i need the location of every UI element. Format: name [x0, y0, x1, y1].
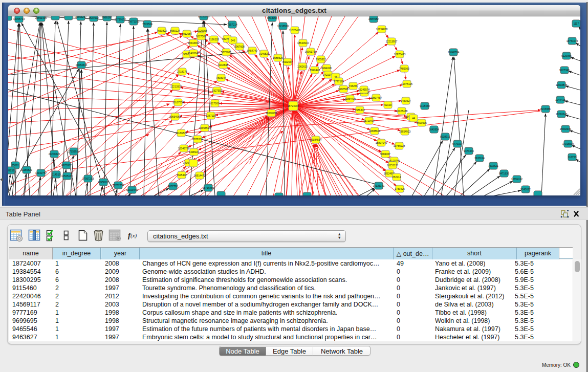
svg-text:8660124: 8660124 [170, 29, 180, 32]
svg-text:1527602: 1527602 [89, 16, 99, 19]
svg-text:10807487: 10807487 [371, 96, 382, 99]
svg-text:6497508: 6497508 [338, 87, 349, 91]
svg-text:9463627: 9463627 [401, 99, 411, 102]
svg-text:8813054: 8813054 [267, 16, 277, 19]
svg-text:8215956: 8215956 [540, 107, 551, 111]
svg-text:21420046: 21420046 [188, 52, 200, 55]
svg-text:16648784: 16648784 [448, 51, 460, 54]
svg-text:10719155: 10719155 [115, 18, 126, 21]
svg-text:11156829: 11156829 [21, 168, 32, 171]
svg-text:(x): (x) [130, 232, 137, 239]
svg-text:19654963: 19654963 [169, 115, 181, 118]
svg-text:6966160: 6966160 [102, 16, 112, 19]
svg-text:16671355: 16671355 [128, 20, 140, 23]
svg-text:18807249: 18807249 [376, 141, 387, 144]
svg-text:19384554: 19384554 [310, 138, 322, 141]
svg-text:16782759: 16782759 [113, 184, 124, 187]
svg-text:12505135: 12505135 [61, 174, 73, 178]
svg-text:12218506: 12218506 [277, 25, 289, 28]
svg-text:114519: 114519 [52, 173, 61, 176]
svg-text:252214: 252214 [393, 176, 401, 179]
svg-text:9129966: 9129966 [561, 54, 572, 57]
svg-text:12942757: 12942757 [35, 171, 47, 174]
svg-text:10654112: 10654112 [511, 178, 522, 181]
svg-text:16154808: 16154808 [376, 28, 388, 31]
svg-text:39158: 39158 [8, 169, 14, 172]
svg-text:7625402: 7625402 [177, 173, 187, 177]
svg-text:8878334: 8878334 [192, 138, 203, 141]
svg-text:14055714: 14055714 [13, 17, 25, 20]
svg-text:9327552: 9327552 [212, 89, 222, 92]
svg-text:20206526: 20206526 [49, 152, 60, 156]
svg-text:13751074: 13751074 [567, 39, 578, 42]
svg-text:15716485: 15716485 [203, 186, 214, 189]
svg-text:3912954: 3912954 [182, 32, 192, 35]
svg-text:12213319: 12213319 [170, 85, 182, 88]
svg-text:20053346: 20053346 [76, 63, 88, 67]
svg-text:10973493: 10973493 [394, 53, 406, 56]
svg-text:10653267: 10653267 [75, 16, 87, 18]
svg-text:7986372: 7986372 [355, 108, 365, 112]
svg-text:1588520: 1588520 [273, 56, 283, 59]
svg-text:1733426: 1733426 [395, 187, 405, 190]
svg-text:9245612: 9245612 [520, 188, 531, 191]
svg-text:19654923: 19654923 [399, 130, 411, 133]
svg-text:7803144: 7803144 [216, 76, 226, 79]
svg-text:10107554: 10107554 [172, 101, 184, 104]
svg-text:1362615: 1362615 [297, 65, 308, 68]
svg-text:9242848: 9242848 [218, 63, 228, 67]
svg-text:7663822: 7663822 [157, 29, 167, 32]
svg-text:16210643: 16210643 [556, 113, 568, 116]
svg-text:12093873: 12093873 [556, 83, 568, 86]
svg-text:20364436: 20364436 [344, 97, 356, 100]
svg-text:17016504: 17016504 [562, 142, 574, 145]
svg-text:16353594: 16353594 [199, 126, 211, 129]
svg-text:117006: 117006 [211, 102, 220, 105]
svg-text:6479197: 6479197 [452, 142, 463, 145]
svg-text:116753: 116753 [568, 156, 577, 159]
svg-text:9146821: 9146821 [259, 52, 269, 55]
svg-text:15720407: 15720407 [363, 119, 375, 122]
svg-text:1640954: 1640954 [429, 128, 439, 131]
svg-text:10046788: 10046788 [178, 147, 190, 150]
svg-text:546: 546 [231, 39, 235, 42]
svg-text:18300295: 18300295 [266, 112, 277, 115]
svg-text:9474444: 9474444 [464, 149, 474, 152]
svg-text:9777169: 9777169 [334, 80, 344, 83]
svg-text:2687682: 2687682 [368, 17, 379, 20]
svg-text:1117: 1117 [574, 22, 579, 25]
svg-text:16151132: 16151132 [387, 164, 398, 167]
svg-text:15692931: 15692931 [560, 127, 572, 130]
svg-text:17359924: 17359924 [68, 150, 80, 153]
svg-text:8699695: 8699695 [417, 121, 427, 124]
svg-text:7357214: 7357214 [227, 23, 237, 26]
svg-text:16914479: 16914479 [194, 174, 206, 177]
svg-text:9227343: 9227343 [559, 69, 570, 72]
svg-text:44: 44 [412, 117, 415, 120]
svg-text:1244415: 1244415 [555, 98, 565, 101]
svg-text:20691406: 20691406 [35, 16, 47, 19]
svg-text:7515524: 7515524 [142, 23, 153, 26]
svg-text:2933114: 2933114 [474, 157, 485, 160]
svg-text:2967608: 2967608 [234, 45, 245, 48]
svg-text:2718176: 2718176 [177, 70, 187, 73]
svg-text:19166825: 19166825 [176, 132, 187, 135]
svg-text:8454749: 8454749 [247, 49, 257, 52]
svg-text:18724007: 18724007 [288, 104, 299, 107]
svg-text:9115460: 9115460 [420, 104, 430, 107]
svg-text:7485063: 7485063 [399, 67, 409, 70]
svg-text:5226058: 5226058 [197, 29, 207, 32]
svg-text:14136141: 14136141 [373, 184, 385, 187]
svg-text:19756928: 19756928 [394, 144, 405, 147]
svg-text:16033809: 16033809 [198, 16, 210, 18]
svg-text:9975867: 9975867 [61, 164, 72, 167]
svg-text:10025438: 10025438 [396, 110, 408, 113]
svg-text:10688609: 10688609 [369, 129, 381, 133]
svg-text:16961758: 16961758 [305, 50, 317, 53]
svg-text:16245574: 16245574 [358, 88, 370, 91]
svg-text:16543362: 16543362 [188, 41, 200, 45]
svg-text:8938913: 8938913 [440, 135, 450, 138]
svg-text:62100: 62100 [384, 103, 391, 106]
svg-text:11325419: 11325419 [289, 29, 300, 32]
svg-text:18640910: 18640910 [297, 41, 309, 45]
